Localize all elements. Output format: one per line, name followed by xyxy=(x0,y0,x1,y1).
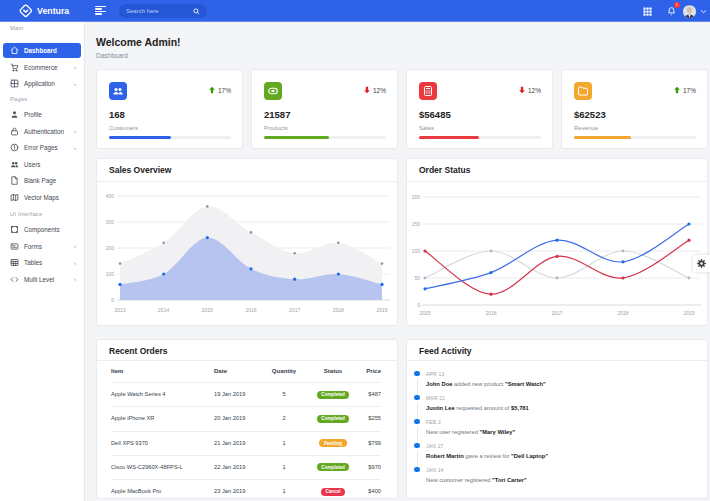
svg-text:2016: 2016 xyxy=(485,310,496,316)
svg-text:2015: 2015 xyxy=(419,310,430,316)
svg-text:2013: 2013 xyxy=(114,307,125,313)
svg-text:2017: 2017 xyxy=(551,310,562,316)
svg-text:150: 150 xyxy=(412,221,421,227)
svg-text:200: 200 xyxy=(106,245,115,251)
svg-text:100: 100 xyxy=(106,271,115,277)
svg-text:50: 50 xyxy=(414,275,420,281)
svg-text:2019: 2019 xyxy=(683,310,694,316)
svg-text:2016: 2016 xyxy=(245,307,256,313)
svg-text:2017: 2017 xyxy=(289,307,300,313)
svg-text:2018: 2018 xyxy=(333,307,344,313)
svg-text:0: 0 xyxy=(111,297,114,303)
svg-text:100: 100 xyxy=(412,248,421,254)
svg-text:200: 200 xyxy=(412,194,421,200)
svg-text:2018: 2018 xyxy=(617,310,628,316)
svg-text:300: 300 xyxy=(106,219,115,225)
svg-text:2019: 2019 xyxy=(376,307,387,313)
svg-text:0: 0 xyxy=(417,302,420,308)
svg-text:2014: 2014 xyxy=(158,307,169,313)
svg-text:400: 400 xyxy=(106,193,115,199)
svg-text:2015: 2015 xyxy=(202,307,213,313)
